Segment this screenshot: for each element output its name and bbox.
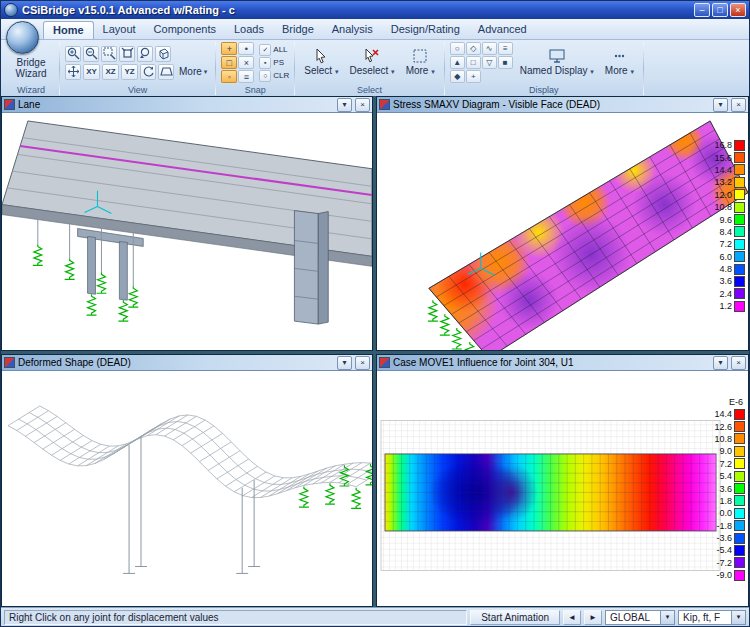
panel-menu-button[interactable]: ▾ (337, 356, 352, 370)
legend-value: 3.6 (719, 484, 732, 494)
legend-value: -1.8 (716, 521, 732, 531)
previous-zoom-icon[interactable] (137, 46, 153, 62)
zoom-in-icon[interactable] (65, 46, 81, 62)
named-display-button[interactable]: Named Display ▾ (516, 42, 598, 83)
legend-color-swatch (734, 433, 745, 444)
legend-value: 7.2 (719, 239, 732, 249)
legend-entry: 2.4 (719, 288, 745, 300)
snap-ps-label[interactable]: PS (273, 58, 284, 67)
minimize-button[interactable]: – (694, 3, 710, 17)
panel-titlebar-influence[interactable]: Case MOVE1 Influence for Joint 304, U1 ▾… (377, 355, 748, 371)
show-lanes-icon[interactable]: ◆ (450, 70, 465, 83)
legend-color-swatch (734, 458, 745, 469)
show-influence-icon[interactable]: ■ (498, 56, 513, 69)
snap-all-icon[interactable]: ✓ (259, 44, 271, 56)
panel-close-button[interactable]: × (355, 98, 370, 112)
panel-menu-button[interactable]: ▾ (713, 98, 728, 112)
view-more-button[interactable]: More ▾ (176, 66, 210, 77)
tab-home[interactable]: Home (43, 21, 94, 39)
animation-back-button[interactable]: ◄ (563, 610, 581, 625)
app-window: CSiBridge v15.0.1 Advanced w/Rating - c … (0, 0, 750, 627)
close-button[interactable]: × (730, 3, 746, 17)
ribbon-separator (643, 42, 644, 95)
ribbon-group-display: ○ ◇ ∿ ≡ ▲ □ ▽ ■ ◆ + Named Display ▾ (445, 40, 643, 97)
app-menu-globe-icon[interactable] (6, 21, 39, 54)
legend-value: 3.6 (719, 276, 732, 286)
show-deformed-icon[interactable]: ∿ (482, 42, 497, 55)
select-more-button[interactable]: More ▾ (402, 42, 439, 83)
snap-intersections-icon[interactable]: × (238, 56, 254, 69)
tab-layout[interactable]: Layout (94, 21, 145, 39)
view-more-label: More (179, 66, 202, 77)
tab-loads[interactable]: Loads (225, 21, 273, 39)
tab-bridge[interactable]: Bridge (273, 21, 323, 39)
display-more-button[interactable]: More ▾ (601, 42, 638, 83)
legend-entry: -1.8 (716, 520, 745, 532)
snap-midpoints-icon[interactable]: • (238, 42, 254, 55)
panel-titlebar-deformed[interactable]: Deformed Shape (DEAD) ▾ × (2, 355, 372, 371)
lane-viewport[interactable] (2, 113, 372, 350)
snap-clr-icon[interactable]: ○ (259, 70, 271, 82)
three-d-view-icon[interactable] (155, 46, 171, 62)
coordinate-system-dropdown[interactable]: GLOBAL ▾ (605, 610, 675, 625)
snap-all-label[interactable]: ALL (273, 45, 287, 54)
panel-titlebar-lane[interactable]: Lane ▾ × (2, 97, 372, 113)
chevron-down-icon: ▾ (335, 68, 339, 75)
tab-advanced[interactable]: Advanced (469, 21, 536, 39)
legend-value: 10.8 (714, 202, 732, 212)
maximize-button[interactable]: □ (712, 3, 728, 17)
panel-menu-button[interactable]: ▾ (713, 356, 728, 370)
legend-color-swatch (734, 570, 745, 581)
panel-deformed: Deformed Shape (DEAD) ▾ × (1, 354, 373, 607)
animation-forward-button[interactable]: ► (584, 610, 602, 625)
snap-ps-icon[interactable]: ▪ (259, 57, 271, 69)
show-forces-icon[interactable]: ≡ (498, 42, 513, 55)
perspective-icon[interactable] (158, 64, 174, 80)
show-tables-icon[interactable]: □ (466, 56, 481, 69)
panel-close-button[interactable]: × (731, 98, 746, 112)
view-xy-button[interactable]: XY (83, 64, 100, 80)
deselect-button[interactable]: Deselect ▾ (345, 42, 398, 83)
zoom-extents-icon[interactable] (119, 46, 135, 62)
tab-components[interactable]: Components (145, 21, 225, 39)
panel-close-button[interactable]: × (731, 356, 746, 370)
legend-entry: 14.4 (714, 164, 745, 176)
legend-color-swatch (734, 471, 745, 482)
show-plot-functions-icon[interactable]: ▽ (482, 56, 497, 69)
snap-ends-icon[interactable]: □ (221, 56, 237, 69)
view-yz-button[interactable]: YZ (121, 64, 138, 80)
bridge-wizard-button[interactable]: Bridge Wizard (8, 53, 54, 83)
deformed-viewport[interactable] (2, 371, 372, 606)
legend-entry: 13.2 (714, 176, 745, 188)
show-undeformed-icon[interactable]: ○ (450, 42, 465, 55)
tab-analysis[interactable]: Analysis (323, 21, 382, 39)
panel-menu-button[interactable]: ▾ (337, 98, 352, 112)
snap-perpendicular-icon[interactable]: ◦ (221, 70, 237, 83)
influence-viewport[interactable]: E-614.412.610.89.07.25.43.61.80.0-1.8-3.… (377, 371, 748, 606)
show-stress-icon[interactable]: ▲ (450, 56, 465, 69)
snap-clr-label[interactable]: CLR (273, 71, 289, 80)
select-button[interactable]: Select ▾ (300, 42, 342, 83)
legend-entry: -9.0 (716, 569, 745, 581)
show-loads-icon[interactable]: ◇ (466, 42, 481, 55)
rotate-view-icon[interactable] (140, 64, 156, 80)
display-more-icon (612, 48, 626, 64)
panel-titlebar-stress[interactable]: Stress SMAXV Diagram - Visible Face (DEA… (377, 97, 748, 113)
legend-color-swatch (734, 177, 745, 188)
chevron-down-icon: ▾ (204, 68, 208, 76)
tab-design-rating[interactable]: Design/Rating (382, 21, 469, 39)
zoom-window-icon[interactable] (101, 46, 117, 62)
view-xz-button[interactable]: XZ (102, 64, 119, 80)
show-grid-icon[interactable]: + (466, 70, 481, 83)
chevron-down-icon: ▾ (660, 611, 674, 624)
stress-viewport[interactable]: 16.815.614.413.212.010.89.68.47.26.04.83… (377, 113, 748, 350)
start-animation-button[interactable]: Start Animation (470, 610, 560, 625)
pan-icon[interactable] (65, 64, 81, 80)
panel-icon (4, 357, 15, 368)
units-dropdown[interactable]: Kip, ft, F ▾ (678, 610, 746, 625)
zoom-out-icon[interactable] (83, 46, 99, 62)
legend-value: 9.0 (719, 446, 732, 456)
snap-lines-icon[interactable]: ≡ (238, 70, 254, 83)
panel-close-button[interactable]: × (355, 356, 370, 370)
snap-points-icon[interactable]: + (221, 42, 237, 55)
